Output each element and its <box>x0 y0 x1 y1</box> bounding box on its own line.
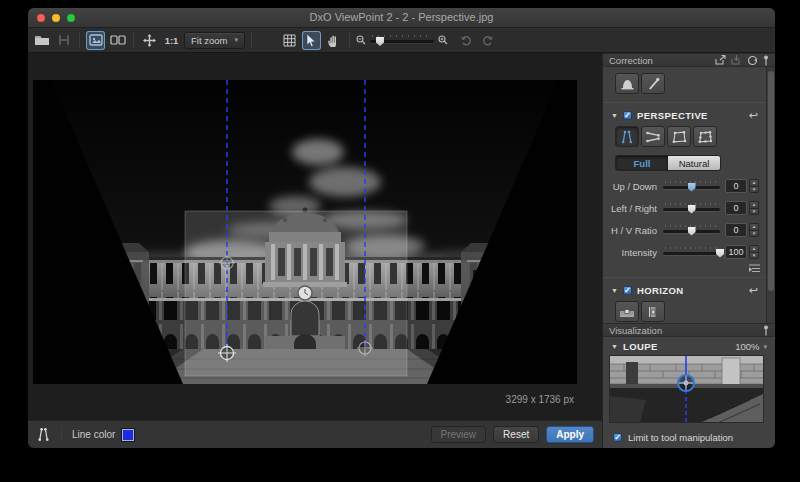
scrollbar-thumb[interactable] <box>768 71 774 291</box>
grid-overlay-button[interactable] <box>280 31 299 50</box>
compare-view-button[interactable] <box>108 31 127 50</box>
image-dimensions-label: 3299 x 1736 px <box>506 394 574 405</box>
intensity-slider[interactable] <box>663 247 720 258</box>
mode-natural-button[interactable]: Natural <box>668 156 720 170</box>
zoom-1to1-button[interactable]: 1:1 <box>162 31 181 50</box>
window-controls <box>37 14 75 22</box>
stepper-up-icon[interactable]: ▲ <box>749 179 759 186</box>
leftright-stepper[interactable]: ▲ ▼ <box>749 201 759 215</box>
redo-icon <box>482 35 494 46</box>
zoom-slider[interactable] <box>370 35 434 45</box>
updown-stepper[interactable]: ▲ ▼ <box>749 179 759 193</box>
limit-checkbox[interactable]: ✓ <box>613 433 622 442</box>
apply-button[interactable]: Apply <box>546 426 594 443</box>
loupe-zoom-dropdown[interactable]: 100% ▾ <box>735 341 767 352</box>
stepper-down-icon[interactable]: ▼ <box>749 208 759 216</box>
zoom-slider-handle[interactable] <box>376 37 384 46</box>
disclosure-triangle-icon[interactable]: ▼ <box>611 287 618 294</box>
hvratio-value[interactable]: 0 <box>725 223 747 237</box>
rectangle-4point-tool-button[interactable] <box>667 126 691 147</box>
disclosure-triangle-icon[interactable]: ▼ <box>611 112 618 119</box>
split-view-icon <box>110 34 126 46</box>
undo-button[interactable] <box>457 31 476 50</box>
footer-separator <box>61 427 62 443</box>
minimize-button[interactable] <box>52 14 60 22</box>
correction-sidebar: Correction <box>602 53 775 448</box>
updown-slider-handle[interactable] <box>688 183 696 192</box>
image-canvas[interactable]: 3299 x 1736 px Line color Preview Reset … <box>28 53 602 448</box>
loupe-preview-image <box>610 356 763 422</box>
miniature-tool-button[interactable] <box>641 73 665 94</box>
pin-icon[interactable] <box>763 55 769 66</box>
single-image-view-icon <box>89 34 103 46</box>
pin-icon[interactable] <box>763 325 769 336</box>
perspective-title: PERSPECTIVE <box>637 110 708 121</box>
mode-full-button[interactable]: Full <box>616 156 668 170</box>
intensity-value[interactable]: 100 <box>725 245 747 259</box>
leftright-value[interactable]: 0 <box>725 201 747 215</box>
zoom-out-icon[interactable] <box>356 35 366 45</box>
toolbar-separator <box>349 32 350 48</box>
stepper-down-icon[interactable]: ▼ <box>749 186 759 194</box>
horizon-reset-icon[interactable]: ↩ <box>749 286 758 295</box>
stepper-up-icon[interactable]: ▲ <box>749 245 759 252</box>
main-toolbar: 1:1 Fit zoom ▾ <box>28 28 775 53</box>
horizon-enable-checkbox[interactable]: ✓ <box>623 286 632 295</box>
active-tool-parallel-lines-icon <box>36 427 51 442</box>
hvratio-stepper[interactable]: ▲ ▼ <box>749 223 759 237</box>
collapse-panel-icon[interactable] <box>749 264 760 272</box>
panel-collapse-row <box>603 263 766 275</box>
horizontal-level-tool-button[interactable] <box>615 301 639 322</box>
disclosure-triangle-icon[interactable]: ▼ <box>611 343 618 350</box>
vertical-level-tool-button[interactable] <box>641 301 665 322</box>
import-preset-icon[interactable] <box>731 55 742 65</box>
updown-slider[interactable] <box>663 181 720 192</box>
leftright-slider-handle[interactable] <box>688 205 696 214</box>
force-horizontal-tool-button[interactable] <box>641 126 665 147</box>
open-file-button[interactable] <box>32 31 51 50</box>
export-preset-icon[interactable] <box>715 55 726 65</box>
hvratio-slider[interactable] <box>663 225 720 236</box>
intensity-slider-handle[interactable] <box>716 249 724 258</box>
preview-button[interactable]: Preview <box>431 426 487 443</box>
section-divider <box>603 277 766 278</box>
sidebar-scrollbar[interactable] <box>766 67 775 323</box>
zoom-mode-dropdown[interactable]: Fit zoom ▾ <box>184 32 245 49</box>
stepper-up-icon[interactable]: ▲ <box>749 223 759 230</box>
leftright-slider[interactable] <box>663 203 720 214</box>
force-vertical-tool-button[interactable] <box>615 126 639 147</box>
hvratio-label: H / V Ratio <box>605 225 663 236</box>
correction-tools-row <box>603 67 766 100</box>
line-color-swatch[interactable] <box>122 429 134 441</box>
stepper-down-icon[interactable]: ▼ <box>749 252 759 260</box>
hvratio-slider-handle[interactable] <box>688 227 696 236</box>
reset-all-icon[interactable] <box>747 55 758 66</box>
updown-value[interactable]: 0 <box>725 179 747 193</box>
zoom-window-button[interactable] <box>67 14 75 22</box>
intensity-stepper[interactable]: ▲ ▼ <box>749 245 759 259</box>
crop-highlight-overlay[interactable] <box>185 211 407 376</box>
quad-4point-icon <box>671 130 687 144</box>
redo-button[interactable] <box>479 31 498 50</box>
loupe-zoom-value: 100% <box>735 341 759 352</box>
intensity-slider-row: Intensity 100 ▲ ▼ <box>603 241 766 263</box>
pan-tool-button[interactable] <box>324 31 343 50</box>
volume-deformation-tool-button[interactable] <box>615 73 639 94</box>
perspective-reset-icon[interactable]: ↩ <box>749 111 758 120</box>
perspective-enable-checkbox[interactable]: ✓ <box>623 111 632 120</box>
save-button[interactable] <box>54 31 73 50</box>
stepper-up-icon[interactable]: ▲ <box>749 201 759 208</box>
toolbar-separator <box>133 32 134 48</box>
single-view-button[interactable] <box>86 31 105 50</box>
stepper-down-icon[interactable]: ▼ <box>749 230 759 238</box>
close-button[interactable] <box>37 14 45 22</box>
select-tool-button[interactable] <box>302 31 321 50</box>
horizon-title: HORIZON <box>637 285 684 296</box>
reset-button[interactable]: Reset <box>493 426 539 443</box>
move-tool-button[interactable] <box>140 31 159 50</box>
zoom-in-icon[interactable] <box>438 35 448 45</box>
hand-icon <box>327 34 339 47</box>
perspective-panel-header: ▼ ✓ PERSPECTIVE ↩ <box>603 105 766 124</box>
zoom-slider-ticks <box>372 35 432 37</box>
rectangle-8point-tool-button[interactable] <box>693 126 717 147</box>
